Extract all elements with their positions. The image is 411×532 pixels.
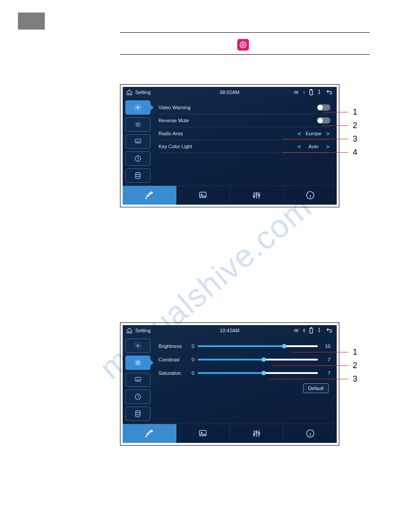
sidebar-item-storage[interactable] <box>125 168 150 183</box>
label-radio-area: Radio Area <box>158 131 183 136</box>
svg-point-21 <box>319 328 320 329</box>
tab-info[interactable] <box>283 424 337 443</box>
callout-1-4: 4 <box>282 148 357 157</box>
label-saturation: Saturation <box>158 370 186 376</box>
svg-rect-20 <box>311 328 312 329</box>
tab-info[interactable] <box>283 186 337 205</box>
tab-advanced[interactable] <box>123 424 176 443</box>
usb-icon <box>316 90 322 95</box>
svg-rect-6 <box>135 139 141 143</box>
device-screen-1: Setting 08:02AM Video Warning <box>123 87 337 205</box>
svg-point-15 <box>253 195 255 197</box>
svg-point-34 <box>256 431 257 433</box>
row-reverse-mute: Reverse Mute <box>158 114 330 127</box>
sidebar-item-screen[interactable] <box>125 117 150 132</box>
back-icon[interactable] <box>325 89 333 95</box>
label-reverse-mute: Reverse Mute <box>158 118 189 123</box>
callout-1-2: 2 <box>322 121 357 130</box>
slider-brightness[interactable] <box>198 345 318 347</box>
svg-point-25 <box>137 380 137 380</box>
tab-wallpaper[interactable] <box>176 186 230 205</box>
slider-contrast[interactable] <box>198 359 318 360</box>
svg-point-8 <box>137 142 138 142</box>
bluetooth-icon <box>302 328 306 333</box>
label-key-color: Key Color Light <box>158 144 192 149</box>
default-button[interactable]: Default <box>303 383 329 393</box>
svg-point-3 <box>319 90 320 90</box>
svg-rect-24 <box>135 378 141 382</box>
tab-wallpaper[interactable] <box>176 424 230 443</box>
back-icon[interactable] <box>325 327 333 334</box>
screen-title: Setting <box>135 328 150 333</box>
svg-point-33 <box>253 433 255 435</box>
svg-point-23 <box>137 361 139 364</box>
page-margin-tab <box>18 13 45 30</box>
home-icon[interactable] <box>126 327 133 334</box>
tab-equalizer[interactable] <box>230 186 284 205</box>
svg-point-7 <box>137 142 137 142</box>
svg-point-4 <box>137 107 139 109</box>
sidebar-item-language[interactable] <box>125 134 150 149</box>
svg-point-9 <box>139 142 139 142</box>
figure-screen-settings: Setting 10:42AM Brightness <box>120 322 339 446</box>
svg-point-27 <box>139 380 139 380</box>
svg-point-0 <box>242 44 244 46</box>
svg-rect-1 <box>310 90 313 95</box>
home-icon[interactable] <box>126 89 133 95</box>
status-bar: Setting 10:42AM <box>123 325 337 336</box>
header-rule-bottom <box>120 54 370 55</box>
bottom-tab-bar <box>123 185 337 205</box>
sidebar-item-general[interactable] <box>125 339 150 353</box>
header-rule-top <box>120 32 370 33</box>
svg-point-26 <box>137 380 138 380</box>
tab-advanced[interactable] <box>123 186 176 205</box>
sidebar-item-storage[interactable] <box>125 407 150 421</box>
sidebar-item-screen[interactable] <box>125 356 150 370</box>
side-category-list <box>123 98 154 185</box>
svg-rect-19 <box>310 328 313 333</box>
callout-1-1: 1 <box>322 107 357 117</box>
svg-point-22 <box>137 345 139 347</box>
device-screen-2: Setting 10:42AM Brightness <box>123 325 337 443</box>
status-bar: Setting 08:02AM <box>123 87 337 98</box>
svg-point-35 <box>258 433 260 434</box>
callout-1-3: 3 <box>282 134 357 144</box>
battery-icon <box>309 327 313 334</box>
sidebar-item-time[interactable] <box>125 390 150 404</box>
sidebar-item-time[interactable] <box>125 151 150 166</box>
side-category-list <box>123 336 154 424</box>
sound-icon <box>293 328 299 333</box>
gear-icon-badge <box>237 39 249 51</box>
sidebar-item-general[interactable] <box>125 100 150 115</box>
row-video-warning: Video Warning <box>158 101 330 114</box>
label-contrast: Constrast <box>158 357 186 362</box>
bottom-tab-bar <box>123 424 337 443</box>
bluetooth-icon <box>302 90 306 95</box>
callout-2-2: 2 <box>273 361 357 370</box>
svg-point-11 <box>136 172 141 175</box>
svg-point-29 <box>136 411 141 413</box>
callout-2-1: 1 <box>291 348 357 357</box>
screen-title: Setting <box>135 90 150 95</box>
slider-saturation[interactable] <box>198 372 318 374</box>
usb-icon <box>316 328 322 333</box>
figure-general-settings: Setting 08:02AM Video Warning <box>120 84 339 207</box>
sound-icon <box>293 90 299 95</box>
svg-point-17 <box>258 194 260 196</box>
tab-equalizer[interactable] <box>230 424 284 443</box>
svg-point-5 <box>137 123 139 126</box>
callout-2-3: 3 <box>269 374 357 384</box>
sidebar-item-language[interactable] <box>125 373 150 387</box>
label-brightness: Brightness <box>158 343 186 349</box>
label-video-warning: Video Warning <box>158 105 191 110</box>
svg-point-16 <box>256 193 257 195</box>
battery-icon <box>309 89 313 95</box>
svg-rect-2 <box>311 90 312 90</box>
